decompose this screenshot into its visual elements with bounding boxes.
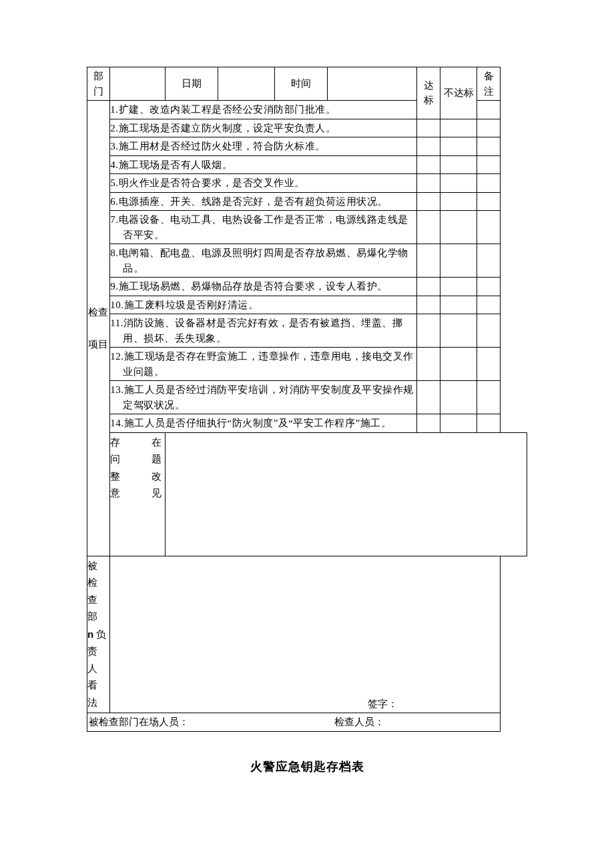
item-11: 11.消防设施、设备器材是否完好有效，是否有被遮挡、埋盖、挪用、损坏、丢失现象。 — [123, 316, 416, 346]
date-value[interactable] — [218, 67, 275, 101]
time-label: 时间 — [275, 67, 328, 101]
item-row-12: 12.施工现场是否存在野蛮施工，违章操作，违章用电，接电交叉作业问题。 — [87, 348, 527, 381]
item-row-14: 14.施工人员是否仔细执行“防火制度”及“平安工作程序”施工。 — [87, 414, 527, 433]
item-row-11: 11.消防设施、设备器材是否完好有效，是否有被遮挡、埋盖、挪用、损坏、丢失现象。 — [87, 314, 527, 348]
item-3: 3.施工用材是否经过防火处理，符合防火标准。 — [123, 139, 416, 154]
problems-content[interactable] — [165, 432, 527, 556]
problems-label: 存在问题整改意见 — [110, 432, 165, 556]
item-12: 12.施工现场是否存在野蛮施工，违章操作，违章用电，接电交叉作业问题。 — [123, 349, 416, 379]
section-label: 检查项目 — [87, 101, 110, 556]
item-5: 5.明火作业是否符合要求，是否交叉作业。 — [123, 175, 416, 191]
item-8: 8.电闸箱、配电盘、电源及照明灯四周是否存放易燃、易爆化学物品。 — [123, 246, 416, 276]
note-2[interactable] — [477, 119, 501, 137]
item-row-5: 5.明火作业是否符合要求，是否交叉作业。 — [87, 174, 527, 193]
note-cell[interactable] — [477, 101, 501, 119]
inspector-label: 检查人员： — [328, 713, 501, 732]
nonstd-header: 不达标 — [440, 67, 477, 119]
dept-value[interactable] — [110, 67, 165, 101]
opinion-content[interactable]: 签字： — [110, 556, 501, 713]
item-1: 1.扩建、改造内装工程是否经公安消防部门批准。 — [110, 101, 417, 119]
dept-label: 部门 — [87, 67, 110, 101]
item-row-10: 10.施工废料垃圾是否刚好清运。 — [87, 296, 527, 314]
item-row-13: 13.施工人员是否经过消防平安培训，对消防平安制度及平安操作规定驾驭状况。 — [87, 381, 527, 414]
item-row-9: 9.施工现场易燃、易爆物品存放是否符合要求，设专人看护。 — [87, 278, 527, 296]
footer-row: 被检查部门在场人员： 检查人员： — [87, 713, 527, 732]
item-row-7: 7.电器设备、电动工具、电热设备工作是否正常，电源线路走线是否平安。 — [87, 211, 527, 244]
item-13: 13.施工人员是否经过消防平安培训，对消防平安制度及平安操作规定驾驭状况。 — [123, 382, 416, 412]
present-label: 被检查部门在场人员： — [87, 713, 328, 732]
signature-label: 签字： — [368, 699, 398, 709]
inspection-table: 部门 日期 时间 达标 不达标 备注 检查项目 1.扩建、改造内装工程是否经公安… — [87, 67, 527, 732]
note-header: 备注 — [477, 67, 501, 101]
item-7: 7.电器设备、电动工具、电热设备工作是否正常，电源线路走线是否平安。 — [123, 212, 416, 242]
item-row-8: 8.电闸箱、配电盘、电源及照明灯四周是否存放易燃、易爆化学物品。 — [87, 244, 527, 278]
date-label: 日期 — [165, 67, 218, 101]
footer-title: 火警应急钥匙存档表 — [87, 759, 527, 775]
time-value[interactable] — [328, 67, 417, 101]
problems-row: 存在问题整改意见 — [87, 432, 527, 556]
std-header: 达标 — [417, 67, 440, 119]
item-row-3: 3.施工用材是否经过防火处理，符合防火标准。 — [87, 137, 527, 156]
item-10: 10.施工废料垃圾是否刚好清运。 — [123, 298, 416, 313]
header-row-1: 部门 日期 时间 达标 不达标 备注 — [87, 67, 527, 101]
nstd-2[interactable] — [440, 119, 477, 137]
opinion-row: 被检查部n负责人看法 签字： — [87, 556, 527, 713]
page: 部门 日期 时间 达标 不达标 备注 检查项目 1.扩建、改造内装工程是否经公安… — [0, 0, 614, 775]
item-row-2: 2.施工现场是否建立防火制度，设定平安负责人。 — [87, 119, 527, 137]
item-14: 14.施工人员是否仔细执行“防火制度”及“平安工作程序”施工。 — [123, 416, 416, 431]
item-row-4: 4.施工现场是否有人吸烟。 — [87, 155, 527, 174]
item-6: 6.电源插座、开关、线路是否完好，是否有超负荷运用状况。 — [123, 194, 416, 209]
item-row-6: 6.电源插座、开关、线路是否完好，是否有超负荷运用状况。 — [87, 192, 527, 211]
std-2[interactable] — [417, 119, 440, 137]
opinion-label: 被检查部n负责人看法 — [87, 556, 110, 713]
item-4: 4.施工现场是否有人吸烟。 — [123, 157, 416, 173]
item-2: 2.施工现场是否建立防火制度，设定平安负责人。 — [123, 121, 416, 136]
item-9: 9.施工现场易燃、易爆物品存放是否符合要求，设专人看护。 — [123, 279, 416, 294]
